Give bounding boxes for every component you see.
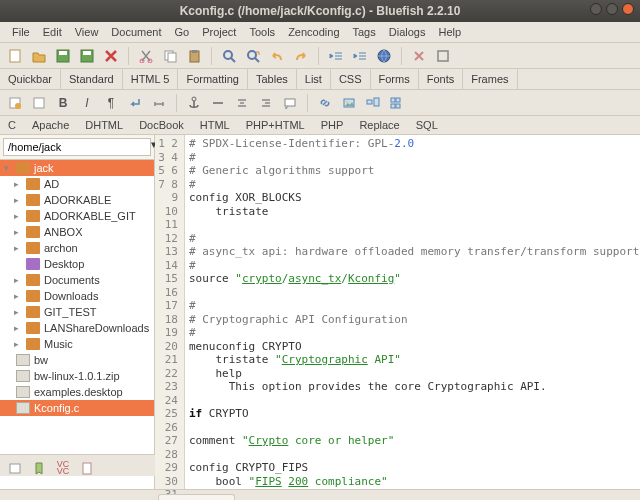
bookmarks-icon[interactable] xyxy=(30,459,48,477)
tree-item[interactable]: ▾jack xyxy=(0,160,154,176)
html-toolbar: B I ¶ xyxy=(0,90,640,116)
sidebar: ▾ ▾jack▸AD▸ADORKABLE▸ADORKABLE_GIT▸ANBOX… xyxy=(0,135,155,489)
break-icon[interactable] xyxy=(126,94,144,112)
tree-item[interactable]: ▸archon xyxy=(0,240,154,256)
redo-icon[interactable] xyxy=(292,47,310,65)
close-button[interactable] xyxy=(622,3,634,15)
lang-sql[interactable]: SQL xyxy=(408,116,446,134)
find-replace-icon[interactable] xyxy=(244,47,262,65)
tree-item[interactable]: ▸LANShareDownloads xyxy=(0,320,154,336)
comment-icon[interactable] xyxy=(281,94,299,112)
hrule-icon[interactable] xyxy=(209,94,227,112)
center-icon[interactable] xyxy=(233,94,251,112)
svg-rect-28 xyxy=(10,464,20,473)
lang-docbook[interactable]: DocBook xyxy=(131,116,192,134)
quickbar-formatting[interactable]: Formatting xyxy=(178,69,248,89)
fullscreen-icon[interactable] xyxy=(434,47,452,65)
lang-c[interactable]: C xyxy=(0,116,24,134)
undo-icon[interactable] xyxy=(268,47,286,65)
lang-apache[interactable]: Apache xyxy=(24,116,77,134)
menu-edit[interactable]: Edit xyxy=(37,24,68,40)
menu-file[interactable]: File xyxy=(6,24,36,40)
lang-phpplushtml[interactable]: PHP+HTML xyxy=(238,116,313,134)
quickbar-frames[interactable]: Frames xyxy=(463,69,517,89)
link-icon[interactable] xyxy=(316,94,334,112)
cut-icon[interactable] xyxy=(137,47,155,65)
tree-item[interactable]: Desktop xyxy=(0,256,154,272)
tree-item[interactable]: bw xyxy=(0,352,154,368)
thumbnail-icon[interactable] xyxy=(364,94,382,112)
minimize-button[interactable] xyxy=(590,3,602,15)
menu-document[interactable]: Document xyxy=(105,24,167,40)
tree-item[interactable]: Kconfig.c xyxy=(0,400,154,416)
delete-icon[interactable] xyxy=(102,47,120,65)
svg-rect-19 xyxy=(285,99,295,106)
menu-tools[interactable]: Tools xyxy=(243,24,281,40)
menu-go[interactable]: Go xyxy=(169,24,196,40)
bold-icon[interactable]: B xyxy=(54,94,72,112)
quickbar-list[interactable]: List xyxy=(297,69,331,89)
quickbar-standard[interactable]: Standard xyxy=(61,69,123,89)
menu-tags[interactable]: Tags xyxy=(347,24,382,40)
filebrowser-icon[interactable] xyxy=(6,459,24,477)
right-align-icon[interactable] xyxy=(257,94,275,112)
lang-dhtml[interactable]: DHTML xyxy=(77,116,131,134)
charmap-icon[interactable]: VCVC xyxy=(54,459,72,477)
menu-bar: FileEditViewDocumentGoProjectToolsZencod… xyxy=(0,22,640,43)
quickbar-tables[interactable]: Tables xyxy=(248,69,297,89)
tree-item[interactable]: ▸GIT_TEST xyxy=(0,304,154,320)
multithumbnail-icon[interactable] xyxy=(388,94,406,112)
preferences-icon[interactable] xyxy=(410,47,428,65)
image-icon[interactable] xyxy=(340,94,358,112)
nbsp-icon[interactable] xyxy=(150,94,168,112)
svg-rect-23 xyxy=(374,98,379,106)
path-input[interactable] xyxy=(3,138,151,156)
copy-icon[interactable] xyxy=(161,47,179,65)
snippets-icon[interactable] xyxy=(78,459,96,477)
italic-icon[interactable]: I xyxy=(78,94,96,112)
tree-item[interactable]: ▸ANBOX xyxy=(0,224,154,240)
quickbar-html-5[interactable]: HTML 5 xyxy=(123,69,179,89)
code-editor[interactable]: # SPDX-License-Identifier: GPL-2.0 # # G… xyxy=(185,135,640,489)
anchor-icon[interactable] xyxy=(185,94,203,112)
quickbar-fonts[interactable]: Fonts xyxy=(419,69,464,89)
tree-item[interactable]: ▸ADORKABLE_GIT xyxy=(0,208,154,224)
svg-rect-8 xyxy=(168,53,176,62)
sidebar-footer: VCVC xyxy=(0,454,155,476)
open-file-icon[interactable] xyxy=(30,47,48,65)
tree-item[interactable]: ▸Documents xyxy=(0,272,154,288)
tree-item[interactable]: bw-linux-1.0.1.zip xyxy=(0,368,154,384)
quickbar-forms[interactable]: Forms xyxy=(371,69,419,89)
menu-zencoding[interactable]: Zencoding xyxy=(282,24,345,40)
lang-html[interactable]: HTML xyxy=(192,116,238,134)
tab-kconfig[interactable]: Kconfig.c ✕ xyxy=(158,494,235,500)
tree-item[interactable]: examples.desktop xyxy=(0,384,154,400)
para-icon[interactable]: ¶ xyxy=(102,94,120,112)
tree-item[interactable]: ▸Downloads xyxy=(0,288,154,304)
quickbar-quickbar[interactable]: Quickbar xyxy=(0,69,61,89)
find-icon[interactable] xyxy=(220,47,238,65)
unindent-icon[interactable] xyxy=(327,47,345,65)
new-file-icon[interactable] xyxy=(6,47,24,65)
menu-project[interactable]: Project xyxy=(196,24,242,40)
menu-help[interactable]: Help xyxy=(432,24,467,40)
svg-rect-14 xyxy=(438,51,448,61)
menu-dialogs[interactable]: Dialogs xyxy=(383,24,432,40)
lang-replace[interactable]: Replace xyxy=(351,116,407,134)
body-icon[interactable] xyxy=(30,94,48,112)
paste-icon[interactable] xyxy=(185,47,203,65)
indent-icon[interactable] xyxy=(351,47,369,65)
tree-item[interactable]: ▸AD xyxy=(0,176,154,192)
save-as-icon[interactable] xyxy=(78,47,96,65)
file-tree[interactable]: ▾jack▸AD▸ADORKABLE▸ADORKABLE_GIT▸ANBOX▸a… xyxy=(0,160,154,489)
browser-icon[interactable] xyxy=(375,47,393,65)
quickstart-icon[interactable] xyxy=(6,94,24,112)
lang-php[interactable]: PHP xyxy=(313,116,352,134)
quickbar-css[interactable]: CSS xyxy=(331,69,371,89)
svg-rect-25 xyxy=(396,98,400,102)
save-icon[interactable] xyxy=(54,47,72,65)
maximize-button[interactable] xyxy=(606,3,618,15)
tree-item[interactable]: ▸Music xyxy=(0,336,154,352)
tree-item[interactable]: ▸ADORKABLE xyxy=(0,192,154,208)
menu-view[interactable]: View xyxy=(69,24,105,40)
